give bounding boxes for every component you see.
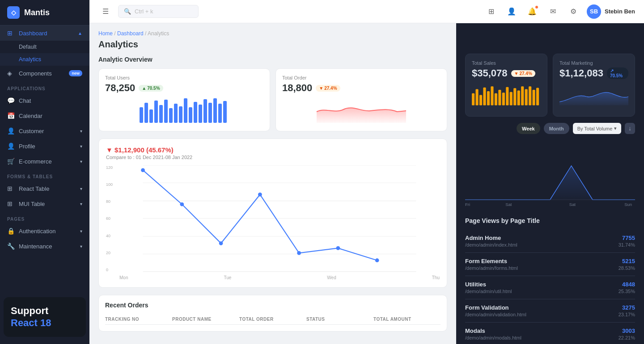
page-title: Analytics bbox=[98, 39, 447, 50]
sidebar-item-maintenance[interactable]: 🔧 Maintenance ▾ bbox=[0, 239, 89, 254]
sidebar-item-dashboard[interactable]: ⊞ Dashboard ▲ bbox=[0, 25, 89, 41]
sidebar: ◇ Mantis ⊞ Dashboard ▲ Default Analytics… bbox=[0, 0, 89, 344]
total-order-card: Total Order 18,800 ▼ 27.4% bbox=[275, 68, 447, 131]
card-value-row: $1,12,083 ↗ 70.5% bbox=[559, 67, 628, 79]
page-title-text: Form Elements bbox=[465, 258, 518, 264]
svg-rect-6 bbox=[169, 108, 173, 123]
svg-point-30 bbox=[336, 246, 340, 250]
analytics-cards: Total Users 78,250 ▲ 70.5% bbox=[98, 68, 447, 131]
volume-button[interactable]: By Total Volume ▾ bbox=[573, 123, 622, 134]
sidebar-item-profile[interactable]: 👤 Profile ▾ bbox=[0, 138, 89, 154]
svg-rect-15 bbox=[213, 98, 217, 123]
chevron-icon: ▾ bbox=[80, 186, 82, 191]
chat-icon: 💬 bbox=[7, 97, 14, 104]
svg-rect-9 bbox=[184, 98, 187, 123]
menu-toggle-button[interactable]: ☰ bbox=[98, 4, 113, 19]
new-badge: new bbox=[69, 70, 82, 76]
breadcrumb-home[interactable]: Home bbox=[98, 30, 113, 37]
svg-rect-2 bbox=[149, 109, 153, 123]
week-button[interactable]: Week bbox=[517, 123, 540, 134]
page-view-item: Utilities /demo/admin/util.html 4848 25.… bbox=[465, 276, 635, 299]
svg-rect-43 bbox=[513, 88, 516, 105]
page-views-list: Admin Home /demo/admin/index.html 7755 3… bbox=[465, 230, 635, 344]
sales-bar-chart bbox=[472, 84, 541, 108]
th-total-amount: TOTAL AMOUNT bbox=[373, 317, 441, 322]
profile-icon: 👤 bbox=[7, 143, 14, 150]
svg-rect-46 bbox=[525, 89, 528, 105]
sidebar-item-label: React Table bbox=[19, 185, 49, 192]
month-button[interactable]: Month bbox=[544, 123, 569, 134]
user-info[interactable]: SB Stebin Ben bbox=[587, 4, 635, 19]
ecommerce-icon: 🛒 bbox=[7, 158, 14, 165]
sidebar-sub-analytics[interactable]: Analytics bbox=[0, 53, 89, 66]
card-label: Total Users bbox=[105, 75, 263, 80]
income-controls: Week Month By Total Volume ▾ ↓ bbox=[465, 123, 635, 134]
th-status: STATUS bbox=[306, 317, 373, 322]
sidebar-item-label: Components bbox=[19, 70, 52, 77]
page-url: /demo/admin/validation.html bbox=[465, 312, 526, 317]
total-users-card: Total Users 78,250 ▲ 70.5% bbox=[98, 68, 270, 131]
y-axis: 120 100 80 60 40 20 0 bbox=[106, 165, 113, 272]
sidebar-item-mui-table[interactable]: ⊞ MUI Table ▾ bbox=[0, 196, 89, 211]
download-button[interactable]: ↓ bbox=[625, 123, 635, 134]
profile-button[interactable]: 👤 bbox=[504, 4, 519, 19]
chevron-icon: ▾ bbox=[80, 159, 82, 164]
income-header: ▼ $1,12,900 (45.67%) Compare to : 01 Dec… bbox=[106, 146, 440, 160]
page-view-count: 4848 bbox=[619, 281, 635, 288]
svg-rect-36 bbox=[487, 91, 490, 105]
card-value: 78,250 bbox=[105, 82, 135, 94]
messages-button[interactable]: ✉ bbox=[546, 4, 560, 19]
sidebar-item-ecommerce[interactable]: 🛒 E-commerce ▾ bbox=[0, 154, 89, 169]
calendar-icon: 📅 bbox=[7, 112, 14, 119]
badge-up-dark: ↗ 70.5% bbox=[607, 67, 628, 79]
sidebar-sub-default[interactable]: Default bbox=[0, 41, 89, 53]
notifications-button[interactable]: 🔔 bbox=[525, 4, 539, 19]
svg-point-27 bbox=[219, 241, 223, 245]
sidebar-item-label: E-commerce bbox=[19, 158, 52, 165]
svg-rect-49 bbox=[536, 88, 539, 105]
search-input[interactable]: 🔍 Ctrl + k bbox=[118, 5, 199, 18]
section-applications: Applications bbox=[0, 81, 89, 93]
content-right: Total Sales $35,078 ▼ 27.4% bbox=[456, 23, 644, 344]
page-view-count: 5215 bbox=[619, 258, 635, 264]
chevron-up-icon: ▲ bbox=[78, 31, 82, 36]
badge-down: ▼ 27.4% bbox=[316, 85, 340, 92]
apps-button[interactable]: ⊞ bbox=[484, 4, 498, 19]
sidebar-item-chat[interactable]: 💬 Chat bbox=[0, 93, 89, 108]
x-axis: Mon Tue Wed Thu bbox=[119, 274, 440, 280]
chevron-icon: ▾ bbox=[80, 129, 82, 134]
svg-rect-16 bbox=[218, 104, 222, 123]
card-label: Total Order bbox=[282, 75, 441, 80]
support-react: React 18 bbox=[11, 317, 79, 329]
income-chart-wrap: 120 100 80 60 40 20 0 bbox=[106, 165, 440, 280]
logo[interactable]: ◇ Mantis bbox=[0, 0, 89, 25]
topbar-right: ⊞ 👤 🔔 ✉ ⚙ SB Stebin Ben bbox=[484, 4, 635, 19]
sidebar-item-customer[interactable]: 👤 Customer ▾ bbox=[0, 123, 89, 138]
breadcrumb-dashboard[interactable]: Dashboard bbox=[117, 30, 144, 37]
total-marketing-card: Total Marketing $1,12,083 ↗ 70.5% bbox=[553, 54, 635, 117]
components-icon: ◈ bbox=[7, 70, 14, 77]
page-view-pct: 22.21% bbox=[619, 335, 635, 340]
income-section: ▼ $1,12,900 (45.67%) Compare to : 01 Dec… bbox=[98, 138, 447, 288]
svg-rect-13 bbox=[203, 99, 207, 123]
user-name: Stebin Ben bbox=[605, 8, 635, 15]
svg-rect-38 bbox=[495, 93, 497, 105]
settings-button[interactable]: ⚙ bbox=[566, 4, 580, 19]
sidebar-item-components[interactable]: ◈ Components new bbox=[0, 66, 89, 81]
sidebar-item-calendar[interactable]: 📅 Calendar bbox=[0, 108, 89, 123]
svg-rect-12 bbox=[199, 105, 202, 123]
sidebar-item-react-table[interactable]: ⊞ React Table ▾ bbox=[0, 181, 89, 196]
analytic-overview-title: Analytic Overview bbox=[98, 56, 447, 63]
sidebar-item-auth[interactable]: 🔒 Authentication ▾ bbox=[0, 223, 89, 239]
auth-icon: 🔒 bbox=[7, 227, 14, 235]
card-value: 18,800 bbox=[282, 82, 312, 94]
chevron-icon: ▾ bbox=[80, 201, 82, 206]
marketing-area-chart bbox=[559, 84, 628, 108]
th-product: PRODUCT NAME bbox=[172, 317, 239, 322]
svg-rect-11 bbox=[194, 102, 197, 123]
page-view-pct: 25.35% bbox=[619, 289, 635, 294]
badge-up: ▲ 70.5% bbox=[139, 85, 163, 92]
section-pages: Pages bbox=[0, 211, 89, 223]
svg-rect-0 bbox=[140, 107, 143, 123]
svg-rect-45 bbox=[521, 86, 524, 105]
